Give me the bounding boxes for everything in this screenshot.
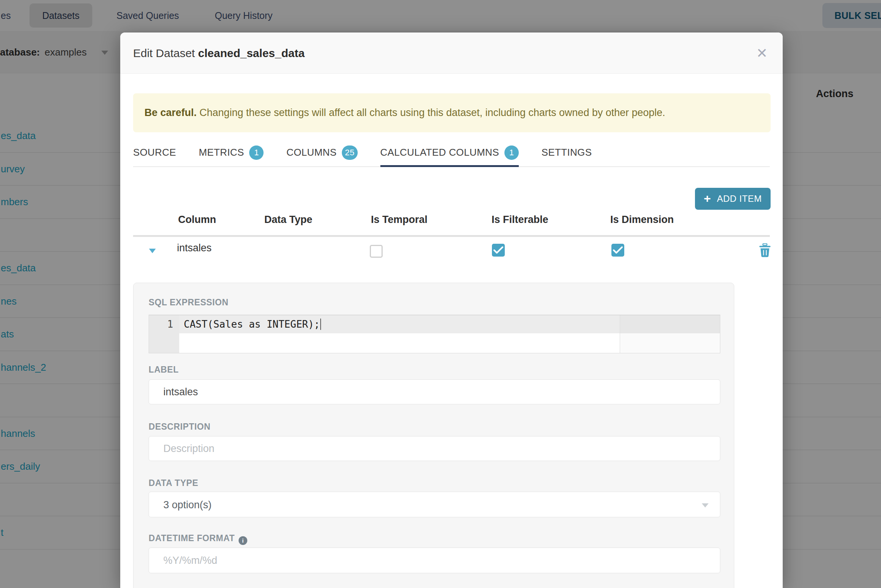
editor-print-margin-line [620, 315, 620, 353]
tab-count-badge: 1 [249, 145, 264, 160]
description-field-label: DESCRIPTION [149, 422, 211, 432]
label-input[interactable] [149, 379, 720, 404]
line-number: 1 [167, 315, 173, 333]
warning-banner: Be careful. Changing these settings will… [133, 93, 771, 132]
check-icon [493, 246, 503, 254]
chevron-down-icon [702, 503, 709, 508]
text-cursor [320, 319, 321, 330]
editor-print-margin-zone [620, 315, 720, 353]
delete-row-button[interactable] [758, 243, 771, 258]
tab-source[interactable]: SOURCE [133, 140, 176, 167]
plus-icon: + [704, 192, 711, 204]
check-icon [613, 246, 623, 254]
warning-text: Changing these settings will affect all … [197, 107, 665, 118]
warning-bold-text: Be careful. [144, 107, 197, 118]
tab-columns[interactable]: COLUMNS 25 [286, 140, 357, 167]
label-field-label: LABEL [149, 365, 179, 375]
modal-title-prefix: Edit Dataset [133, 47, 198, 59]
info-icon[interactable]: i [239, 536, 247, 545]
tab-calculated-columns[interactable]: CALCULATED COLUMNS 1 [380, 140, 519, 167]
data-type-select[interactable]: 3 option(s) [149, 492, 720, 517]
row-expander-caret-icon[interactable] [149, 249, 156, 253]
sql-code-text: CAST(Sales as INTEGER); [184, 319, 320, 330]
is-filterable-checkbox[interactable] [492, 244, 505, 257]
column-header-is-filterable: Is Filterable [492, 214, 548, 226]
column-header-is-temporal: Is Temporal [371, 214, 428, 226]
edit-dataset-modal: Edit Dataset cleaned_sales_data ✕ Be car… [120, 32, 783, 588]
data-type-selected-value: 3 option(s) [163, 492, 212, 518]
is-dimension-checkbox[interactable] [611, 244, 624, 257]
tab-label: SOURCE [133, 147, 176, 158]
column-header-data-type: Data Type [264, 214, 312, 226]
calculated-column-name: intsales [177, 242, 212, 254]
modal-header: Edit Dataset cleaned_sales_data ✕ [120, 32, 783, 74]
datetime-format-label-text: DATETIME FORMAT [149, 533, 235, 543]
tab-label: CALCULATED COLUMNS [380, 147, 499, 158]
data-type-field-label: DATA TYPE [149, 478, 198, 488]
add-item-label: ADD ITEM [717, 193, 762, 204]
modal-tab-bar: SOURCE METRICS 1 COLUMNS 25 CALCULATED C… [120, 140, 783, 167]
sql-code-editor[interactable]: 1 CAST(Sales as INTEGER); [149, 315, 720, 353]
sql-code-line: CAST(Sales as INTEGER); [184, 315, 321, 333]
tab-label: COLUMNS [286, 147, 337, 158]
calculated-column-detail-panel: SQL EXPRESSION 1 CAST(Sales as INTEGER);… [133, 283, 734, 588]
sql-expression-label: SQL EXPRESSION [149, 297, 228, 308]
close-icon[interactable]: ✕ [752, 44, 771, 63]
datetime-format-field-label: DATETIME FORMATi [149, 533, 247, 545]
tab-label: METRICS [199, 147, 244, 158]
is-temporal-checkbox[interactable] [370, 245, 383, 258]
tab-count-badge: 1 [504, 145, 519, 160]
column-header-is-dimension: Is Dimension [610, 214, 674, 226]
tab-count-badge: 25 [342, 145, 357, 160]
modal-title-dataset-name: cleaned_sales_data [198, 47, 305, 59]
datetime-format-input[interactable] [149, 548, 720, 573]
trash-icon [758, 243, 771, 258]
column-header-column: Column [178, 214, 216, 226]
tab-metrics[interactable]: METRICS 1 [199, 140, 264, 167]
add-item-button[interactable]: + ADD ITEM [695, 188, 771, 210]
table-header-divider [133, 235, 770, 237]
editor-gutter: 1 [149, 315, 179, 353]
modal-title: Edit Dataset cleaned_sales_data [133, 32, 305, 74]
tab-label: SETTINGS [541, 147, 592, 158]
description-input[interactable] [149, 436, 720, 461]
tab-settings[interactable]: SETTINGS [541, 140, 592, 167]
